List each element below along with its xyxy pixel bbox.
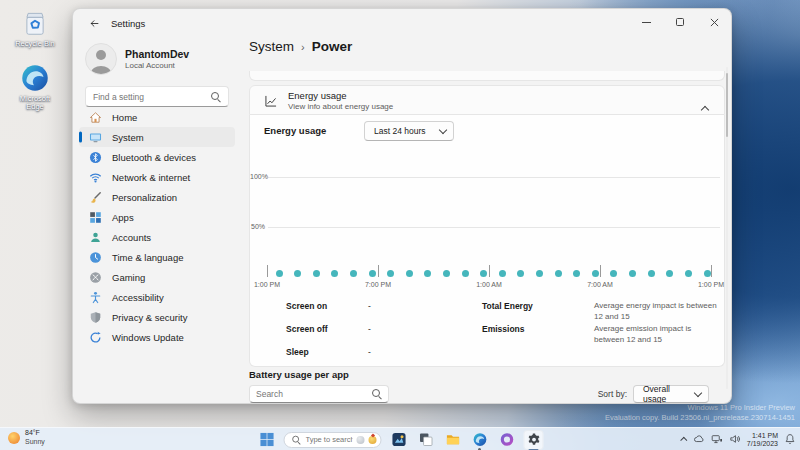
desktop: Recycle BinMicrosoft Edge Windows 11 Pro… xyxy=(0,0,800,450)
sidebar-item-system[interactable]: System xyxy=(79,127,235,147)
breadcrumb-separator: › xyxy=(301,41,305,53)
settings-window: Settings PhantomDev Local Account HomeSy… xyxy=(72,8,732,404)
chevron-down-icon xyxy=(694,388,702,396)
sort-by-label: Sort by: xyxy=(598,389,627,399)
x-axis-label: 7:00 PM xyxy=(365,281,391,288)
battery-usage-title: Battery usage per app xyxy=(249,369,349,380)
sidebar-item-privacy-security[interactable]: Privacy & security xyxy=(79,307,235,327)
network-tray-icon[interactable] xyxy=(711,431,723,449)
sort-value: Overall usage xyxy=(643,384,695,404)
energy-chart-icon xyxy=(264,94,278,108)
home-icon xyxy=(89,111,102,124)
breadcrumb: System › Power xyxy=(249,39,352,54)
weather-condition: Sunny xyxy=(25,438,45,447)
sidebar-nav: HomeSystemBluetooth & devicesNetwork & i… xyxy=(79,107,235,347)
app-search-input[interactable] xyxy=(256,389,372,399)
desktop-icon-microsoft-edge[interactable]: Microsoft Edge xyxy=(6,63,64,112)
sidebar-item-label: Home xyxy=(112,112,137,123)
taskbar-task-view-icon[interactable] xyxy=(416,430,436,450)
desktop-icon-recycle-bin[interactable]: Recycle Bin xyxy=(6,8,64,49)
scrollbar-thumb[interactable] xyxy=(726,73,728,137)
x-axis-tick xyxy=(711,265,712,277)
chart-data-point xyxy=(555,270,562,277)
chart-data-point xyxy=(480,270,487,277)
x-axis-label: 1:00 PM xyxy=(254,281,280,288)
stat-value-sleep: - xyxy=(368,347,371,357)
sidebar-item-time-language[interactable]: Time & language xyxy=(79,247,235,267)
sidebar-item-accounts[interactable]: Accounts xyxy=(79,227,235,247)
scrolled-card-edge xyxy=(249,71,725,81)
sidebar-item-label: Privacy & security xyxy=(112,312,188,323)
back-button[interactable] xyxy=(83,13,105,33)
sidebar-item-label: Windows Update xyxy=(112,332,184,343)
privacy-icon xyxy=(89,311,102,324)
network-icon xyxy=(89,171,102,184)
taskbar-file-explorer-icon[interactable] xyxy=(443,430,463,450)
system-icon xyxy=(89,131,102,144)
x-axis-label: 1:00 AM xyxy=(476,281,502,288)
sidebar-item-label: Bluetooth & devices xyxy=(112,152,196,163)
insider-watermark: Windows 11 Pro Insider Preview Evaluatio… xyxy=(605,403,795,422)
chart-data-point xyxy=(443,270,450,277)
taskbar-settings-gear-icon[interactable] xyxy=(524,430,544,450)
breadcrumb-system[interactable]: System xyxy=(249,39,294,54)
sidebar-item-personalization[interactable]: Personalization xyxy=(79,187,235,207)
energy-usage-expander[interactable]: Energy usage View info about energy usag… xyxy=(249,85,725,115)
system-tray: 1:41 PM 7/19/2023 xyxy=(682,428,796,450)
taskbar-copilot-icon[interactable] xyxy=(497,430,517,450)
weather-widget[interactable]: 84°F Sunny xyxy=(8,429,45,446)
search-icon xyxy=(292,435,301,444)
maximize-button[interactable] xyxy=(663,9,697,35)
chart-data-point xyxy=(331,270,338,277)
accounts-icon xyxy=(89,231,102,244)
sidebar-item-home[interactable]: Home xyxy=(79,107,235,127)
chart-data-point xyxy=(424,270,431,277)
time-range-dropdown[interactable]: Last 24 hours xyxy=(364,121,454,141)
app-search-box[interactable] xyxy=(249,385,389,403)
onedrive-cloud-icon[interactable] xyxy=(693,431,705,449)
sidebar-item-bluetooth-devices[interactable]: Bluetooth & devices xyxy=(79,147,235,167)
settings-search-input[interactable] xyxy=(93,92,211,102)
sidebar-item-windows-update[interactable]: Windows Update xyxy=(79,327,235,347)
chart-data-point xyxy=(294,270,301,277)
time-range-value: Last 24 hours xyxy=(374,126,426,136)
chart-data-point xyxy=(648,270,655,277)
sidebar-item-accessibility[interactable]: Accessibility xyxy=(79,287,235,307)
start-button[interactable] xyxy=(257,430,277,450)
y-axis-label: 50% xyxy=(250,223,265,230)
stat-value-screen-off: - xyxy=(368,324,371,334)
sort-dropdown[interactable]: Overall usage xyxy=(633,385,709,403)
windows-update-icon xyxy=(89,331,102,344)
tray-time: 1:41 PM xyxy=(747,432,778,440)
chart-data-point xyxy=(666,270,673,277)
chart-data-point xyxy=(350,270,357,277)
sidebar-item-network-internet[interactable]: Network & internet xyxy=(79,167,235,187)
window-title: Settings xyxy=(111,9,145,37)
settings-search-box[interactable] xyxy=(85,86,229,107)
sidebar-item-label: Time & language xyxy=(112,252,183,263)
x-axis-tick xyxy=(378,265,379,277)
stat-label-total-energy: Total Energy xyxy=(482,301,533,311)
notification-bell-icon[interactable] xyxy=(784,431,796,449)
desktop-icons: Recycle BinMicrosoft Edge xyxy=(6,8,64,126)
chart-data-point xyxy=(573,270,580,277)
taskbar-edge-icon[interactable] xyxy=(470,430,490,450)
energy-usage-panel: Energy usage Last 24 hours 100%50%1:00 P… xyxy=(249,115,725,367)
search-icon xyxy=(372,389,382,399)
taskbar-pinned-app-icon[interactable] xyxy=(389,430,409,450)
close-button[interactable] xyxy=(697,9,731,35)
chart-gridline xyxy=(268,227,720,228)
taskbar-search-box[interactable] xyxy=(284,432,382,448)
clock[interactable]: 1:41 PM 7/19/2023 xyxy=(747,432,778,448)
minimize-button[interactable] xyxy=(629,9,663,35)
sidebar-item-label: Accounts xyxy=(112,232,151,243)
page-title: Power xyxy=(312,39,353,54)
sidebar-item-apps[interactable]: Apps xyxy=(79,207,235,227)
sidebar-item-gaming[interactable]: Gaming xyxy=(79,267,235,287)
recycle-bin-icon xyxy=(6,8,64,38)
sidebar: PhantomDev Local Account HomeSystemBluet… xyxy=(73,37,241,403)
chart-data-point xyxy=(313,270,320,277)
tray-overflow-icon[interactable] xyxy=(680,437,687,444)
taskbar-search-input[interactable] xyxy=(306,435,353,444)
volume-icon[interactable] xyxy=(729,431,741,449)
